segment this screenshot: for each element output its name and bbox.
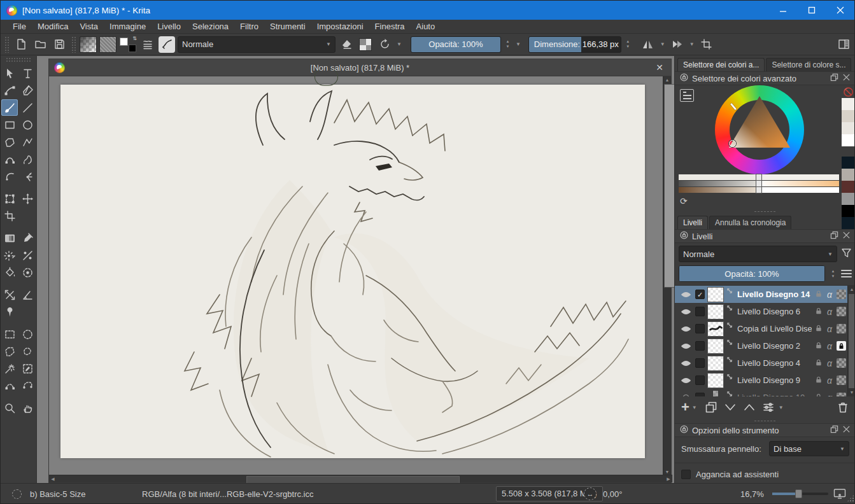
layer-checkbox[interactable] bbox=[695, 358, 705, 368]
layer-lock-icon[interactable] bbox=[814, 358, 823, 368]
chevron-down-icon[interactable]: ▼ bbox=[691, 405, 698, 410]
select-from-color-tool[interactable] bbox=[19, 360, 36, 377]
color-swatch[interactable] bbox=[842, 98, 855, 110]
maximize-button[interactable] bbox=[797, 1, 826, 20]
layer-row[interactable]: Livello Disegno 9 α bbox=[675, 372, 847, 389]
snap-to-assistants-checkbox[interactable] bbox=[681, 470, 691, 479]
layer-row[interactable]: Livello Disegno 6 α bbox=[675, 303, 847, 320]
layer-lock-icon[interactable] bbox=[814, 290, 823, 300]
freehand-selection-tool[interactable] bbox=[19, 343, 36, 360]
rectangular-selection-tool[interactable] bbox=[1, 326, 18, 342]
opacity-slider[interactable]: Opacità: 100% bbox=[411, 36, 501, 53]
color-swatch[interactable] bbox=[842, 146, 855, 157]
menu-modifica[interactable]: Modifica bbox=[32, 20, 74, 32]
text-tool[interactable] bbox=[19, 65, 36, 81]
fit-to-screen-icon[interactable] bbox=[833, 484, 846, 504]
toolbar-grip[interactable] bbox=[71, 36, 76, 53]
layer-checkbox[interactable] bbox=[695, 341, 705, 351]
dock-tab[interactable]: Livelli bbox=[677, 216, 708, 229]
menu-aiuto[interactable]: Aiuto bbox=[411, 20, 441, 32]
brush-preset-name[interactable]: b) Basic-5 Size bbox=[30, 484, 85, 504]
zoom-tool[interactable] bbox=[1, 400, 18, 416]
no-color-icon[interactable]: 🚫 bbox=[842, 85, 855, 98]
brush-size-spinner[interactable]: ▲▼ bbox=[624, 40, 632, 48]
layer-inherit-alpha-icon[interactable] bbox=[837, 307, 846, 316]
chevron-down-icon[interactable]: ▼ bbox=[395, 41, 403, 47]
canvas-vertical-scrollbar[interactable]: ▲ ▼ bbox=[663, 76, 671, 476]
pattern-chooser-button[interactable] bbox=[99, 36, 117, 53]
saturation-slider[interactable] bbox=[679, 181, 839, 186]
lock-panel-icon[interactable] bbox=[680, 425, 688, 435]
float-panel-icon[interactable] bbox=[830, 231, 838, 241]
advanced-color-selector[interactable]: 🚫 bbox=[675, 85, 855, 209]
layer-checkbox[interactable] bbox=[695, 324, 705, 333]
layer-checkbox[interactable] bbox=[695, 375, 705, 385]
chevron-down-icon[interactable]: ▼ bbox=[659, 41, 667, 47]
lock-panel-icon[interactable] bbox=[680, 73, 688, 83]
menu-vista[interactable]: Vista bbox=[74, 20, 104, 32]
layer-visibility-icon[interactable] bbox=[679, 377, 693, 384]
reload-preset-button[interactable] bbox=[376, 36, 393, 53]
menu-filtro[interactable]: Filtro bbox=[234, 20, 264, 32]
scroll-up-icon[interactable]: ▲ bbox=[848, 286, 855, 293]
brush-size-slider[interactable]: Dimensione: 166,38 px bbox=[528, 36, 621, 53]
trim-to-image-button[interactable] bbox=[698, 36, 715, 53]
blending-mode-dropdown[interactable]: Normale ▼ bbox=[178, 36, 336, 53]
value-slider[interactable] bbox=[679, 187, 839, 193]
calligraphy-tool[interactable] bbox=[19, 82, 36, 99]
gradient-tool[interactable] bbox=[1, 230, 18, 246]
layer-blending-mode-dropdown[interactable]: Normale ▼ bbox=[679, 246, 837, 262]
select-shapes-tool[interactable] bbox=[1, 65, 18, 81]
layer-inherit-alpha-icon[interactable] bbox=[837, 375, 846, 385]
similar-color-selection-tool[interactable] bbox=[1, 360, 18, 377]
freehand-path-tool[interactable] bbox=[19, 151, 36, 167]
smart-patch-tool[interactable] bbox=[19, 247, 36, 263]
ellipse-tool[interactable] bbox=[19, 116, 36, 133]
canvas-viewport[interactable] bbox=[49, 76, 663, 476]
layers-scrollbar[interactable]: ▲ ▼ bbox=[847, 286, 855, 396]
close-button[interactable] bbox=[826, 1, 854, 20]
brush-preview-icon[interactable] bbox=[12, 489, 22, 499]
mirror-horizontal-button[interactable] bbox=[640, 36, 656, 53]
dock-tab[interactable]: Annulla la cronologia bbox=[709, 216, 791, 229]
float-panel-icon[interactable] bbox=[830, 73, 838, 83]
move-layer-up-button[interactable] bbox=[743, 401, 756, 414]
layer-checkbox[interactable] bbox=[695, 393, 705, 396]
color-profile-info[interactable]: RGB/Alfa (8 bit interi/...RGB-elle-V2-sr… bbox=[142, 484, 313, 504]
opacity-spinner[interactable]: ▲▼ bbox=[504, 40, 512, 48]
layer-lock-icon[interactable] bbox=[814, 341, 823, 351]
magnetic-selection-tool[interactable] bbox=[19, 377, 36, 394]
pan-tool[interactable] bbox=[19, 400, 36, 416]
dynamic-brush-tool[interactable] bbox=[1, 168, 18, 185]
canvas-rotation-icon[interactable]: ↔ bbox=[584, 487, 597, 500]
color-sampler-tool[interactable] bbox=[19, 230, 36, 246]
layer-alpha-icon[interactable]: α bbox=[825, 358, 834, 368]
layer-row[interactable]: Livello Disegno 2 α bbox=[675, 337, 847, 354]
bezier-curve-tool[interactable] bbox=[1, 151, 18, 167]
new-document-button[interactable] bbox=[13, 36, 29, 53]
workspace-chooser-button[interactable] bbox=[835, 36, 852, 53]
color-swatch[interactable] bbox=[842, 193, 855, 205]
close-panel-icon[interactable] bbox=[842, 231, 851, 241]
sv-triangle[interactable] bbox=[715, 85, 804, 174]
crop-tool[interactable] bbox=[1, 207, 18, 224]
layer-alpha-icon[interactable]: α bbox=[825, 393, 834, 397]
polygon-tool[interactable] bbox=[1, 134, 18, 150]
layer-inherit-alpha-icon[interactable] bbox=[837, 290, 846, 299]
menu-impostazioni[interactable]: Impostazioni bbox=[311, 20, 369, 32]
add-layer-button[interactable]: + bbox=[681, 401, 689, 414]
chevron-down-icon[interactable]: ▼ bbox=[514, 41, 522, 47]
layer-lock-icon[interactable] bbox=[814, 324, 823, 334]
scroll-left-icon[interactable]: ◀ bbox=[49, 475, 57, 483]
wraparound-mode-button[interactable] bbox=[669, 36, 686, 53]
layer-inherit-alpha-icon[interactable] bbox=[837, 324, 846, 333]
fg-bg-colors-button[interactable]: ⇅ bbox=[119, 36, 137, 53]
layer-inherit-alpha-icon[interactable] bbox=[837, 341, 846, 351]
layer-opacity-slider[interactable]: Opacità: 100% bbox=[679, 265, 825, 282]
menu-finestra[interactable]: Finestra bbox=[369, 20, 411, 32]
subwindow-close-icon[interactable]: ✕ bbox=[653, 62, 666, 73]
color-swatch[interactable] bbox=[842, 110, 855, 122]
layer-visibility-icon[interactable] bbox=[679, 360, 693, 367]
layer-row[interactable]: Copia di Livello Dise... α bbox=[675, 320, 847, 337]
subwindow-titlebar[interactable]: [Non salvato] (817,8 MiB) * ✕ bbox=[49, 59, 671, 76]
